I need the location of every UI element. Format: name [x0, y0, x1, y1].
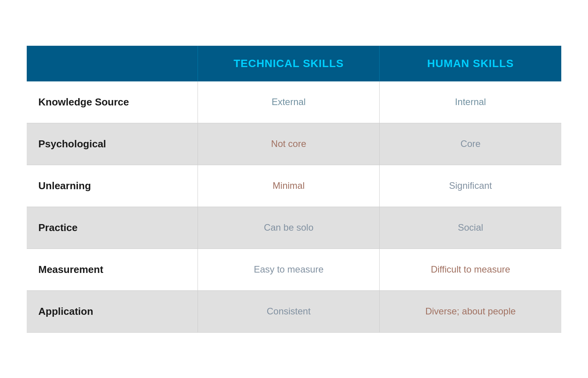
table-row-practice: PracticeCan be soloSocial — [27, 207, 561, 249]
header-row: TECHNICAL SKILLS HUMAN SKILLS — [27, 46, 561, 81]
human-value-knowledge-source: Internal — [380, 81, 561, 123]
human-value-practice: Social — [380, 207, 561, 249]
human-value-measurement: Difficult to measure — [380, 249, 561, 290]
label-practice: Practice — [27, 207, 198, 249]
tech-value-application: Consistent — [198, 290, 380, 332]
table-row-application: ApplicationConsistentDiverse; about peop… — [27, 290, 561, 332]
tech-value-psychological: Not core — [198, 123, 380, 165]
table-row-unlearning: UnlearningMinimalSignificant — [27, 165, 561, 207]
human-value-application: Diverse; about people — [380, 290, 561, 332]
tech-value-knowledge-source: External — [198, 81, 380, 123]
label-measurement: Measurement — [27, 249, 198, 290]
header-human-skills: HUMAN SKILLS — [380, 46, 561, 81]
label-unlearning: Unlearning — [27, 165, 198, 207]
human-value-psychological: Core — [380, 123, 561, 165]
table-row-measurement: MeasurementEasy to measureDifficult to m… — [27, 249, 561, 290]
label-psychological: Psychological — [27, 123, 198, 165]
label-application: Application — [27, 290, 198, 332]
tech-value-practice: Can be solo — [198, 207, 380, 249]
header-technical-skills: TECHNICAL SKILLS — [198, 46, 380, 81]
tech-value-unlearning: Minimal — [198, 165, 380, 207]
table-row-knowledge-source: Knowledge SourceExternalInternal — [27, 81, 561, 123]
human-value-unlearning: Significant — [380, 165, 561, 207]
comparison-table: TECHNICAL SKILLS HUMAN SKILLS Knowledge … — [27, 46, 561, 333]
header-category — [27, 46, 198, 81]
label-knowledge-source: Knowledge Source — [27, 81, 198, 123]
tech-value-measurement: Easy to measure — [198, 249, 380, 290]
table-row-psychological: PsychologicalNot coreCore — [27, 123, 561, 165]
